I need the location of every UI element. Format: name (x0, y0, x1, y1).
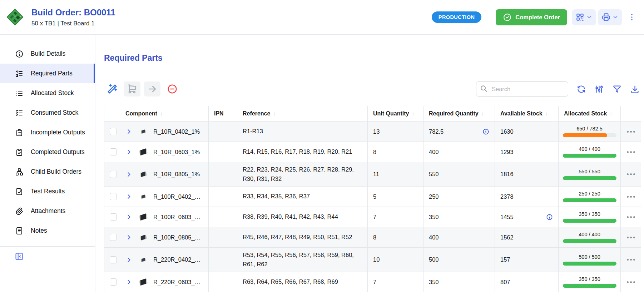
unit-quantity-cell: 8 (368, 142, 423, 162)
column-header-select (104, 106, 120, 122)
info-circle-icon[interactable] (546, 214, 553, 221)
row-actions-button[interactable] (626, 237, 635, 238)
sort-arrows-icon: ↕ (545, 111, 548, 117)
ipn-cell (209, 142, 237, 162)
sidebar-item-incomplete-outputs[interactable]: Incomplete Outputs (0, 123, 95, 142)
arrow-right-icon (147, 84, 158, 94)
download-data-button[interactable] (630, 84, 640, 94)
sidebar-item-required-parts[interactable]: Required Parts (0, 64, 95, 83)
column-header-available_stock[interactable]: Available Stock↕ (495, 106, 559, 122)
allocation-label: 350 / 350 (579, 211, 600, 217)
search-input[interactable] (476, 81, 568, 96)
chevron-down-icon (612, 14, 619, 20)
column-header-reference[interactable]: Reference↕ (237, 106, 368, 122)
component-name[interactable]: R_100R_0805_1% (153, 234, 203, 241)
sidebar-item-notes[interactable]: Notes (0, 221, 95, 241)
info-circle-icon[interactable] (482, 128, 489, 135)
row-checkbox[interactable] (110, 256, 117, 263)
required-quantity-value: 550 (429, 171, 439, 178)
barcode-actions-button[interactable] (572, 9, 596, 25)
expand-row-button[interactable] (125, 256, 133, 263)
deallocate-stock-button[interactable] (164, 81, 180, 96)
column-header-allocated_stock[interactable]: Allocated Stock↕ (559, 106, 621, 122)
auto-allocate-button[interactable] (104, 81, 120, 96)
sidebar-item-child-build-orders[interactable]: Child Build Orders (0, 162, 95, 182)
sidebar-collapse-button[interactable] (0, 252, 25, 261)
complete-order-button[interactable]: Complete Order (496, 9, 567, 25)
available-stock-value: 2378 (500, 193, 514, 200)
allocation-label: 500 / 500 (579, 254, 600, 260)
overflow-menu-button[interactable] (628, 13, 636, 21)
main-panel: Required Parts Component↕IPNReference↕Un… (95, 35, 644, 292)
expand-row-button[interactable] (125, 128, 133, 135)
available-stock-value: 1562 (500, 234, 514, 241)
sidebar-item-test-results[interactable]: Test Results (0, 182, 95, 201)
component-name[interactable]: R_10R_0805_1% (153, 171, 200, 178)
sidebar-item-label: Completed Outputs (31, 148, 85, 156)
sidebar-item-consumed-stock[interactable]: Consumed Stock (0, 103, 95, 123)
available-stock-value: 157 (500, 256, 510, 263)
allocation-progress: 350 / 350 (564, 275, 615, 289)
row-actions-button[interactable] (626, 259, 635, 261)
component-name[interactable]: R_220R_0402_1% (153, 256, 203, 263)
allocation-label: 400 / 400 (579, 146, 600, 152)
refresh-button[interactable] (576, 84, 586, 94)
allocation-progress: 400 / 400 (564, 145, 615, 159)
sort-arrows-icon: ↕ (481, 111, 484, 117)
sidebar: Build DetailsRequired PartsAllocated Sto… (0, 35, 95, 292)
reference-cell: R38, R39, R40, R41, R42, R43, R44 (243, 212, 362, 222)
row-checkbox[interactable] (110, 234, 117, 241)
component-name[interactable]: R_10R_0603_1% (153, 149, 200, 155)
search-icon (480, 85, 488, 93)
row-actions-button[interactable] (626, 281, 635, 283)
sidebar-item-label: Consumed Stock (31, 109, 78, 117)
table-row: R_10R_0603_1%R14, R15, R16, R17, R18, R1… (104, 142, 641, 162)
sort-arrows-icon: ↕ (610, 111, 612, 117)
circle-minus-icon (167, 84, 178, 94)
component-name[interactable]: R_10R_0402_1% (153, 128, 200, 135)
row-actions-button[interactable] (626, 151, 635, 153)
print-actions-button[interactable] (598, 9, 622, 25)
row-actions-button[interactable] (626, 196, 635, 198)
row-checkbox[interactable] (110, 193, 117, 200)
table-row: R_100R_0402_1%R33, R34, R35, R36, R37525… (104, 187, 641, 207)
expand-row-button[interactable] (125, 171, 133, 178)
sidebar-item-build-details[interactable]: Build Details (0, 44, 95, 64)
sidebar-item-allocated-stock[interactable]: Allocated Stock (0, 83, 95, 103)
notes-icon (15, 227, 24, 235)
expand-row-button[interactable] (125, 278, 133, 286)
expand-row-button[interactable] (125, 213, 133, 221)
ipn-cell (209, 207, 237, 227)
expand-row-button[interactable] (125, 193, 133, 200)
component-name[interactable]: R_100R_0402_1% (153, 193, 203, 200)
expand-row-button[interactable] (125, 234, 133, 241)
sidebar-item-attachments[interactable]: Attachments (0, 201, 95, 221)
available-stock-value: 1293 (500, 149, 514, 155)
row-actions-button[interactable] (626, 216, 635, 218)
column-header-component[interactable]: Component↕ (120, 106, 209, 122)
component-name[interactable]: R_100R_0603_1% (153, 214, 203, 221)
required-parts-table: Component↕IPNReference↕Unit Quantity↕Req… (104, 106, 641, 292)
row-checkbox[interactable] (110, 213, 117, 221)
column-header-unit_quantity[interactable]: Unit Quantity↕ (368, 106, 423, 122)
row-actions-button[interactable] (626, 131, 635, 133)
row-checkbox[interactable] (110, 128, 117, 135)
row-checkbox[interactable] (110, 171, 117, 178)
sidebar-item-completed-outputs[interactable]: Completed Outputs (0, 142, 95, 162)
filters-button[interactable] (612, 84, 622, 94)
reference-cell: R1-R13 (243, 127, 362, 136)
column-header-required_quantity[interactable]: Required Quantity↕ (423, 106, 495, 122)
unit-quantity-cell: 7 (368, 272, 423, 292)
row-actions-button[interactable] (626, 173, 635, 175)
row-checkbox[interactable] (110, 148, 117, 155)
unit-quantity-cell: 10 (368, 248, 423, 272)
row-checkbox[interactable] (110, 278, 117, 286)
required-quantity-value: 250 (429, 193, 439, 200)
available-stock-value: 1816 (500, 171, 514, 178)
paperclip-icon (15, 207, 24, 216)
table-columns-button[interactable] (594, 84, 604, 94)
build-part-thumbnail (6, 8, 24, 26)
component-name[interactable]: R_220R_0603_1% (153, 279, 203, 286)
expand-row-button[interactable] (125, 148, 133, 155)
allocation-progress: 550 / 550 (564, 167, 615, 182)
